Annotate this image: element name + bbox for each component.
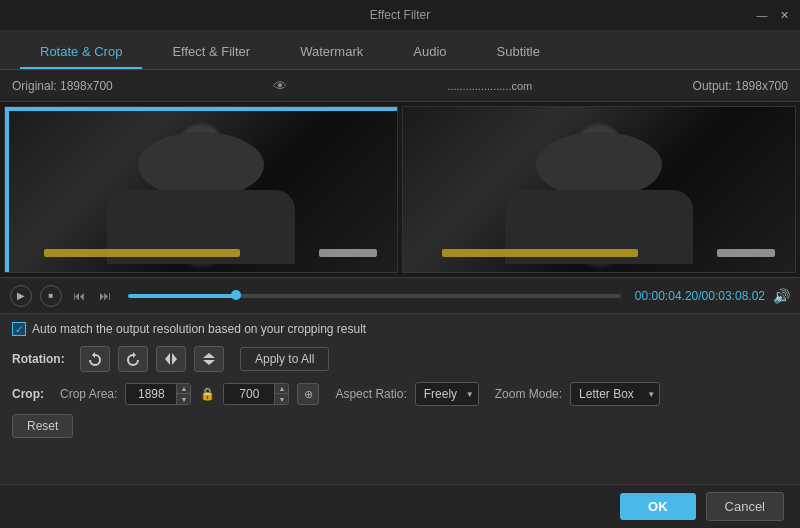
crop-height-down[interactable]: ▼ <box>274 394 288 404</box>
preview-frame-right <box>402 106 796 273</box>
crop-row: Crop: Crop Area: ▲ ▼ 🔒 ▲ ▼ ⊕ Aspect Rati… <box>12 382 788 406</box>
current-time: 00:00:04.20/00:03:08.02 <box>635 289 765 303</box>
title-bar: Effect Filter — ✕ <box>0 0 800 30</box>
controls-area: Auto match the output resolution based o… <box>0 313 800 446</box>
tab-bar: Rotate & Crop Effect & Filter Watermark … <box>0 30 800 70</box>
flip-horizontal-button[interactable] <box>156 346 186 372</box>
crop-label: Crop: <box>12 387 52 401</box>
stop-button[interactable]: ■ <box>40 285 62 307</box>
rotate-cw-button[interactable] <box>118 346 148 372</box>
crop-height-spinners: ▲ ▼ <box>274 384 288 404</box>
zoom-mode-select-wrap: Letter Box Pan & Scan Full ▼ <box>570 382 660 406</box>
auto-match-checkbox[interactable] <box>12 322 26 336</box>
bottom-bar: OK Cancel <box>0 484 800 528</box>
center-align-button[interactable]: ⊕ <box>297 383 319 405</box>
tab-subtitle[interactable]: Subtitle <box>477 36 560 69</box>
reset-button[interactable]: Reset <box>12 414 73 438</box>
crop-width-input[interactable] <box>126 384 176 404</box>
tab-rotate-crop[interactable]: Rotate & Crop <box>20 36 142 69</box>
apply-to-all-button[interactable]: Apply to All <box>240 347 329 371</box>
eye-icon[interactable]: 👁 <box>273 78 287 94</box>
original-resolution: Original: 1898x700 <box>12 79 113 93</box>
window-title: Effect Filter <box>370 8 430 22</box>
zoom-mode-label: Zoom Mode: <box>495 387 562 401</box>
minimize-button[interactable]: — <box>754 7 770 23</box>
cancel-button[interactable]: Cancel <box>706 492 784 521</box>
crop-height-input[interactable] <box>224 384 274 404</box>
flip-vertical-button[interactable] <box>194 346 224 372</box>
output-resolution: Output: 1898x700 <box>693 79 788 93</box>
crop-width-input-wrap: ▲ ▼ <box>125 383 191 405</box>
crop-height-input-wrap: ▲ ▼ <box>223 383 289 405</box>
crop-width-down[interactable]: ▼ <box>176 394 190 404</box>
aspect-ratio-select[interactable]: Freely 16:9 4:3 1:1 9:16 <box>415 382 479 406</box>
lock-icon[interactable]: 🔒 <box>199 386 215 402</box>
info-bar: Original: 1898x700 👁 ...................… <box>0 70 800 102</box>
preview-frame-left <box>4 106 398 273</box>
zoom-mode-select[interactable]: Letter Box Pan & Scan Full <box>570 382 660 406</box>
tab-audio[interactable]: Audio <box>393 36 466 69</box>
aspect-ratio-select-wrap: Freely 16:9 4:3 1:1 9:16 ▼ <box>415 382 479 406</box>
next-frame-button[interactable]: ⏭ <box>96 287 114 305</box>
rotation-row: Rotation: Apply to All <box>12 346 788 372</box>
playback-bar: ▶ ■ ⏮ ⏭ 00:00:04.20/00:03:08.02 🔊 <box>0 277 800 313</box>
aspect-ratio-label: Aspect Ratio: <box>335 387 406 401</box>
close-button[interactable]: ✕ <box>776 7 792 23</box>
prev-frame-button[interactable]: ⏮ <box>70 287 88 305</box>
crop-width-spinners: ▲ ▼ <box>176 384 190 404</box>
ok-button[interactable]: OK <box>620 493 696 520</box>
volume-icon[interactable]: 🔊 <box>773 288 790 304</box>
progress-track[interactable] <box>128 294 621 298</box>
preview-area <box>0 102 800 277</box>
reset-row: Reset <box>12 414 788 438</box>
tab-watermark[interactable]: Watermark <box>280 36 383 69</box>
tab-effect-filter[interactable]: Effect & Filter <box>152 36 270 69</box>
crop-area-label: Crop Area: <box>60 387 117 401</box>
auto-match-label: Auto match the output resolution based o… <box>32 322 366 336</box>
progress-fill <box>128 294 236 298</box>
rotate-ccw-button[interactable] <box>80 346 110 372</box>
crop-width-up[interactable]: ▲ <box>176 384 190 394</box>
auto-match-row: Auto match the output resolution based o… <box>12 322 788 336</box>
progress-thumb[interactable] <box>231 290 241 300</box>
crop-height-up[interactable]: ▲ <box>274 384 288 394</box>
filename-display: .....................com <box>447 80 532 92</box>
play-button[interactable]: ▶ <box>10 285 32 307</box>
rotation-label: Rotation: <box>12 352 72 366</box>
